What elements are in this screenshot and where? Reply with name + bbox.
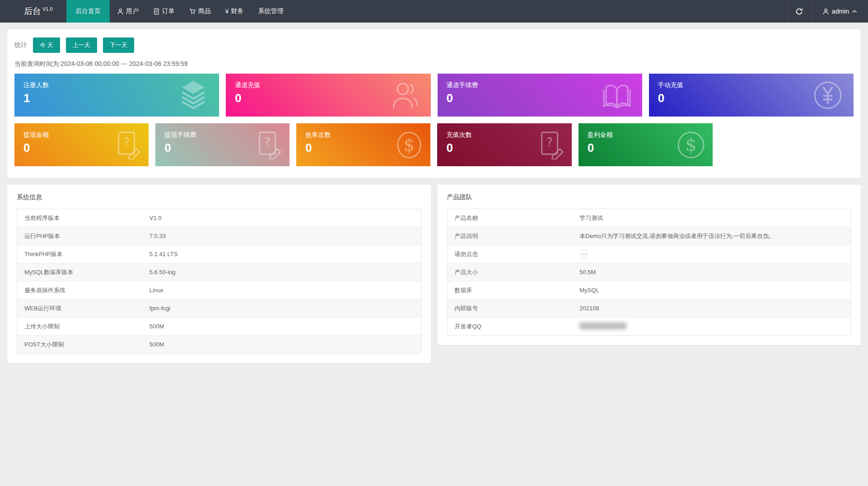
table-row: 上传大小限制 500M bbox=[17, 318, 421, 336]
nav-item-label: 后台首页 bbox=[75, 7, 101, 15]
row-value: V1.0 bbox=[142, 209, 421, 227]
svg-text:$: $ bbox=[404, 134, 415, 154]
row-label: MySQL数据库版本 bbox=[17, 263, 142, 281]
nav-item-products[interactable]: 商品 bbox=[182, 0, 218, 23]
table-row: WEB运行环境 fpm-fcgi bbox=[17, 299, 421, 318]
table-row: ThinkPHP版本 5.1.41 LTS bbox=[17, 245, 421, 263]
table-row: 服务器操作系统 Linux bbox=[17, 281, 421, 299]
row-value: 500M bbox=[142, 336, 421, 354]
brand-title: 后台 bbox=[24, 5, 41, 17]
brand-logo[interactable]: 后台 V1.0 bbox=[0, 0, 53, 23]
navbar-right: admin bbox=[787, 0, 868, 23]
nav-item-label: 系统管理 bbox=[258, 7, 283, 15]
row-value: 5.6.50-log bbox=[142, 263, 421, 281]
table-row: 产品名称 学习测试 bbox=[447, 209, 851, 227]
users-icon bbox=[391, 80, 420, 110]
table-row: 请勿点击 404 bbox=[447, 245, 851, 263]
table-row: POST大小限制 500M bbox=[17, 336, 421, 354]
svg-text:?: ? bbox=[546, 135, 553, 149]
refresh-button[interactable] bbox=[787, 0, 812, 23]
table-row: 开发者QQ bbox=[447, 318, 851, 336]
row-label: POST大小限制 bbox=[17, 336, 142, 354]
row-value bbox=[572, 318, 851, 336]
top-navbar: 后台 V1.0 后台首页 用户 订单 商品 ¥ 财务 bbox=[0, 0, 868, 23]
today-button[interactable]: 今 天 bbox=[33, 37, 60, 53]
stat-card-recharge-count: 充值次数 0 ? bbox=[437, 123, 571, 166]
admin-user-icon bbox=[822, 8, 829, 15]
table-row: 内部版号 202108 bbox=[447, 299, 851, 318]
user-menu[interactable]: admin bbox=[812, 0, 868, 23]
developer-qq-redacted-value bbox=[579, 322, 626, 329]
row-label: ThinkPHP版本 bbox=[17, 245, 142, 263]
svg-text:?: ? bbox=[123, 135, 130, 149]
refresh-icon bbox=[795, 8, 803, 15]
row-value: Linux bbox=[142, 281, 421, 299]
table-row: 产品大小 50.5M bbox=[447, 263, 851, 281]
row-label: 服务器操作系统 bbox=[17, 281, 142, 299]
system-info-title: 系统信息 bbox=[7, 185, 431, 209]
stats-panel: 统计 今 天 上一天 下一天 当前查询时间为:2024-03-06 00:00:… bbox=[7, 29, 861, 178]
system-info-table: 当前程序版本 V1.0 运行PHP版本 7.0.33 ThinkPHP版本 5.… bbox=[17, 209, 421, 354]
row-label: 上传大小限制 bbox=[17, 318, 142, 336]
svg-text:?: ? bbox=[264, 135, 271, 149]
document-icon bbox=[153, 8, 160, 15]
stat-card-manual-recharge: 手动充值 0 bbox=[649, 74, 854, 117]
stat-cards-row-2: 提现金额 0 ? 提现手续费 0 ? 抢单次数 0 $ bbox=[14, 123, 854, 166]
stat-card-channel-fee: 通道手续费 0 bbox=[438, 74, 642, 117]
nav-item-finance[interactable]: ¥ 财务 bbox=[218, 0, 251, 23]
row-label: 开发者QQ bbox=[447, 318, 572, 336]
row-value: 500M bbox=[142, 318, 421, 336]
username: admin bbox=[832, 8, 849, 15]
nav-item-orders[interactable]: 订单 bbox=[146, 0, 182, 23]
stat-card-withdraw-amount: 提现金额 0 ? bbox=[14, 123, 149, 166]
table-row: 当前程序版本 V1.0 bbox=[17, 209, 421, 227]
row-label: 产品名称 bbox=[447, 209, 572, 227]
row-label: 运行PHP版本 bbox=[17, 227, 142, 245]
previous-day-button[interactable]: 上一天 bbox=[66, 37, 97, 53]
stat-card-profit-amount: 盈利金额 0 $ bbox=[579, 123, 713, 166]
doc-question-icon: ? bbox=[115, 131, 141, 159]
dollar-circle-icon: $ bbox=[677, 131, 705, 159]
yen-icon: ¥ bbox=[225, 8, 229, 15]
do-not-click-badge[interactable]: 404 bbox=[579, 250, 588, 258]
table-row: 数据库 MySQL bbox=[447, 281, 851, 299]
svg-text:$: $ bbox=[685, 134, 696, 155]
dollar-circle-icon: $ bbox=[395, 131, 423, 159]
row-value: 5.1.41 LTS bbox=[142, 245, 421, 263]
table-row: 产品说明 本Demo只为学习测试交流,请勿要做商业或者用于违法行为,一切后果自负… bbox=[447, 227, 851, 245]
layers-icon bbox=[178, 79, 208, 111]
nav-item-label: 用户 bbox=[126, 7, 139, 15]
stats-label: 统计 bbox=[14, 41, 27, 49]
row-value: fpm-fcgi bbox=[142, 299, 421, 318]
row-value: 本Demo只为学习测试交流,请勿要做商业或者用于违法行为,一切后果自负。 bbox=[572, 227, 851, 245]
row-label: 内部版号 bbox=[447, 299, 572, 318]
main-nav: 后台首页 用户 订单 商品 ¥ 财务 系统管理 bbox=[66, 0, 291, 23]
doc-question-icon: ? bbox=[256, 131, 282, 159]
next-day-button[interactable]: 下一天 bbox=[103, 37, 134, 53]
stat-card-order-grab-count: 抢单次数 0 $ bbox=[296, 123, 430, 166]
nav-item-system[interactable]: 系统管理 bbox=[251, 0, 290, 23]
row-value: 202108 bbox=[572, 299, 851, 318]
yen-circle-icon bbox=[813, 80, 843, 110]
book-icon bbox=[602, 82, 631, 109]
stat-card-withdraw-fee: 提现手续费 0 ? bbox=[155, 123, 289, 166]
table-row: MySQL数据库版本 5.6.50-log bbox=[17, 263, 421, 281]
query-time-text: 当前查询时间为:2024-03-06 00:00:00 --- 2024-03-… bbox=[14, 60, 854, 68]
nav-item-home[interactable]: 后台首页 bbox=[66, 0, 110, 23]
row-label: 请勿点击 bbox=[447, 245, 572, 263]
row-value: 7.0.33 bbox=[142, 227, 421, 245]
stat-card-channel-recharge: 通道充值 0 bbox=[226, 74, 430, 117]
stat-cards-row-1: 注册人数 1 通道充值 0 通道手续费 0 手 bbox=[14, 74, 854, 117]
row-label: 产品说明 bbox=[447, 227, 572, 245]
user-icon bbox=[117, 8, 124, 15]
doc-question-icon: ? bbox=[538, 131, 565, 159]
chevron-up-icon bbox=[852, 9, 857, 14]
row-value: 学习测试 bbox=[572, 209, 851, 227]
row-value: 404 bbox=[572, 245, 851, 263]
nav-item-users[interactable]: 用户 bbox=[110, 0, 146, 23]
nav-item-label: 财务 bbox=[231, 7, 243, 15]
product-team-table: 产品名称 学习测试 产品说明 本Demo只为学习测试交流,请勿要做商业或者用于违… bbox=[447, 209, 852, 336]
row-label: 产品大小 bbox=[447, 263, 572, 281]
row-label: 数据库 bbox=[447, 281, 572, 299]
product-team-panel: 产品团队 产品名称 学习测试 产品说明 本Demo只为学习测试交流,请勿要做商业… bbox=[438, 185, 861, 345]
